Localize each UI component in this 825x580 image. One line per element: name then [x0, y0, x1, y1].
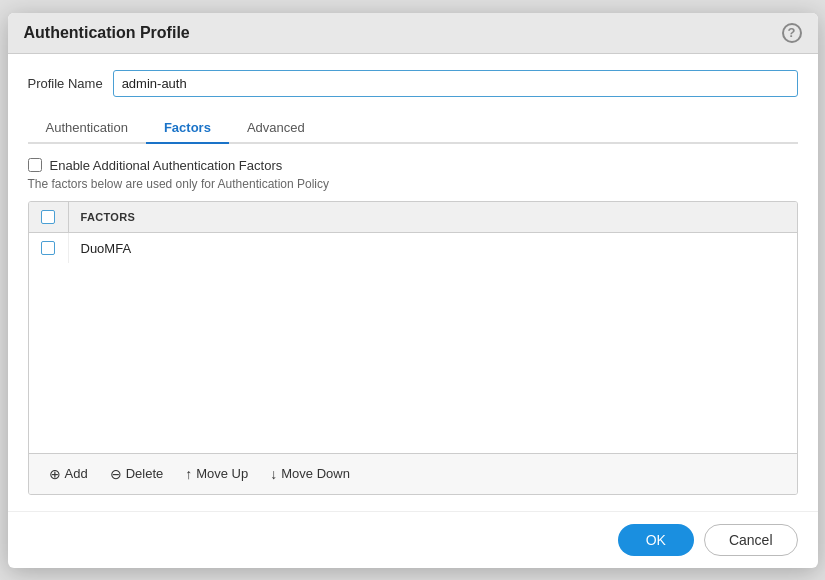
- cancel-button[interactable]: Cancel: [704, 524, 798, 556]
- add-button[interactable]: ⊕ Add: [41, 462, 96, 486]
- table-toolbar: ⊕ Add ⊖ Delete ↑ Move Up ↓ Move Down: [29, 453, 797, 494]
- row-checkbox[interactable]: [41, 241, 55, 255]
- dialog-footer: OK Cancel: [8, 511, 818, 568]
- tab-authentication[interactable]: Authentication: [28, 113, 146, 144]
- add-icon: ⊕: [49, 466, 61, 482]
- move-down-label: Move Down: [281, 466, 350, 481]
- move-up-label: Move Up: [196, 466, 248, 481]
- enable-factors-label: Enable Additional Authentication Factors: [50, 158, 283, 173]
- table-header: FACTORS: [29, 202, 797, 233]
- help-icon[interactable]: ?: [782, 23, 802, 43]
- table-row[interactable]: DuoMFA: [29, 233, 797, 264]
- hint-text: The factors below are used only for Auth…: [28, 177, 798, 191]
- profile-name-row: Profile Name: [28, 70, 798, 97]
- delete-icon: ⊖: [110, 466, 122, 482]
- add-label: Add: [65, 466, 88, 481]
- row-factors-cell: DuoMFA: [69, 233, 144, 264]
- dialog-title: Authentication Profile: [24, 24, 190, 42]
- move-down-button[interactable]: ↓ Move Down: [262, 462, 358, 486]
- move-up-button[interactable]: ↑ Move Up: [177, 462, 256, 486]
- profile-name-input[interactable]: [113, 70, 798, 97]
- move-up-arrow-icon: ↑: [185, 466, 192, 482]
- header-checkbox-cell: [29, 202, 69, 232]
- factors-column-header: FACTORS: [69, 203, 148, 231]
- delete-label: Delete: [126, 466, 164, 481]
- authentication-profile-dialog: Authentication Profile ? Profile Name Au…: [8, 13, 818, 568]
- tab-advanced[interactable]: Advanced: [229, 113, 323, 144]
- delete-button[interactable]: ⊖ Delete: [102, 462, 172, 486]
- factors-table: FACTORS DuoMFA ⊕ Add ⊖: [28, 201, 798, 495]
- tabs-container: Authentication Factors Advanced: [28, 113, 798, 144]
- profile-name-label: Profile Name: [28, 76, 103, 91]
- move-down-arrow-icon: ↓: [270, 466, 277, 482]
- tab-factors[interactable]: Factors: [146, 113, 229, 144]
- table-body: DuoMFA: [29, 233, 797, 453]
- ok-button[interactable]: OK: [618, 524, 694, 556]
- enable-factors-checkbox[interactable]: [28, 158, 42, 172]
- row-checkbox-cell: [29, 233, 69, 263]
- dialog-body: Profile Name Authentication Factors Adva…: [8, 54, 818, 511]
- dialog-header: Authentication Profile ?: [8, 13, 818, 54]
- header-checkbox[interactable]: [41, 210, 55, 224]
- enable-factors-row: Enable Additional Authentication Factors: [28, 158, 798, 173]
